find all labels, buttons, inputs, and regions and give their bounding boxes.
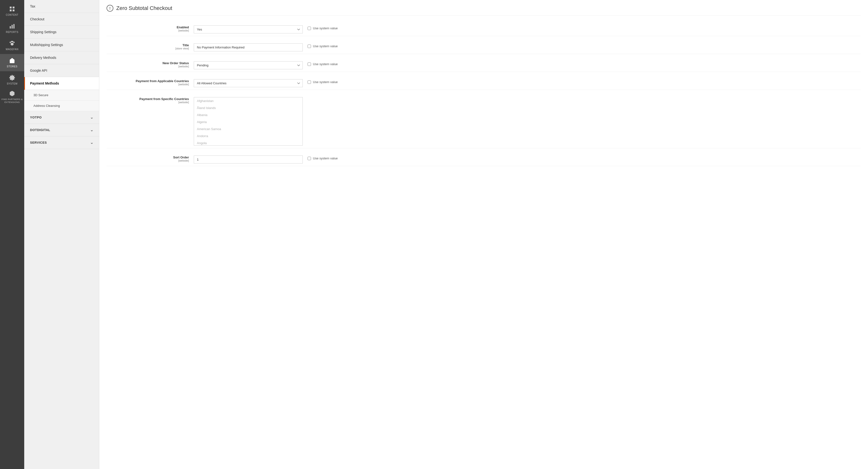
field-label-group-applicable-countries: Payment from Applicable Countries [websi…: [106, 79, 194, 86]
chevron-down-icon-3: ⌄: [90, 140, 93, 145]
title-checkbox-area: Use system value: [308, 43, 338, 48]
sort-order-checkbox-area: Use system value: [308, 156, 338, 160]
svg-rect-1: [12, 6, 14, 8]
sidebar-item-multishipping-settings[interactable]: Multishipping Settings: [24, 38, 99, 51]
svg-rect-11: [11, 61, 13, 63]
gear-icon: [9, 74, 15, 81]
field-row-new-order-status: New Order Status [website] Pending Proce…: [106, 59, 861, 72]
title-input[interactable]: [194, 43, 303, 51]
nav-item-stores[interactable]: STORES: [0, 54, 24, 71]
collapse-icon[interactable]: ⇧: [106, 5, 113, 12]
new-order-status-scope: [website]: [106, 65, 189, 68]
new-order-status-system-value-label: Use system value: [313, 62, 338, 66]
bar-chart-icon: [9, 23, 15, 29]
accordion-yotpo-header[interactable]: YOTPO ⌄: [24, 111, 99, 124]
accordion-dotdigital-header[interactable]: DOTDIGITAL ⌄: [24, 124, 99, 136]
new-order-status-select[interactable]: Pending Processing Complete: [194, 61, 303, 69]
sort-order-input[interactable]: [194, 156, 303, 163]
nav-item-system[interactable]: SYSTEM: [0, 71, 24, 88]
chevron-down-icon-2: ⌄: [90, 128, 93, 132]
sidebar-item-tax[interactable]: Tax: [24, 0, 99, 13]
applicable-countries-select[interactable]: All Allowed Countries Specific Countries: [194, 79, 303, 87]
field-row-enabled: Enabled [website] Yes No Use system valu…: [106, 23, 861, 36]
nav-content-label: CONTENT: [6, 13, 19, 16]
grid-icon: [9, 6, 15, 12]
page-title: Zero Subtotal Checkout: [116, 5, 172, 11]
page-header: ⇧ Zero Subtotal Checkout: [106, 5, 861, 16]
applicable-countries-control: All Allowed Countries Specific Countries: [194, 79, 303, 87]
paw-icon: [9, 40, 15, 46]
svg-rect-5: [11, 25, 12, 29]
svg-rect-2: [10, 9, 11, 11]
field-label-group-enabled: Enabled [website]: [106, 25, 194, 32]
sort-order-label: Sort Order: [106, 156, 189, 159]
left-nav: CONTENT REPORTS MAGEFAN STORES SYSTEM FI…: [0, 0, 24, 469]
enabled-select[interactable]: Yes No: [194, 25, 303, 33]
accordion-services-header[interactable]: SERVICES ⌄: [24, 136, 99, 149]
main-content: ⇧ Zero Subtotal Checkout Enabled [websit…: [99, 0, 868, 469]
new-order-status-label: New Order Status: [106, 61, 189, 65]
nav-item-content[interactable]: CONTENT: [0, 2, 24, 20]
specific-countries-label: Payment from Specific Countries: [106, 97, 189, 101]
applicable-countries-scope: [website]: [106, 83, 189, 86]
country-option-american-samoa[interactable]: American Samoa: [194, 125, 303, 132]
country-option-angola[interactable]: Angola: [194, 139, 303, 146]
specific-countries-control: Afghanistan Åland Islands Albania Algeri…: [194, 97, 303, 146]
sidebar-item-delivery-methods[interactable]: Delivery Methods: [24, 51, 99, 64]
svg-point-9: [12, 41, 13, 42]
nav-reports-label: REPORTS: [6, 31, 19, 33]
sidebar-item-address-cleansing[interactable]: Address Cleansing: [24, 100, 99, 111]
enabled-system-value-checkbox[interactable]: [308, 27, 311, 30]
chevron-down-icon: ⌄: [90, 115, 93, 120]
applicable-countries-label: Payment from Applicable Countries: [106, 79, 189, 83]
title-label: Title: [106, 43, 189, 47]
middle-panel: Tax Checkout Shipping Settings Multiship…: [24, 0, 99, 469]
specific-countries-scope: [website]: [106, 101, 189, 104]
country-option-algeria[interactable]: Algeria: [194, 119, 303, 125]
sidebar-item-payment-methods[interactable]: Payment Methods: [24, 77, 99, 90]
sort-order-system-value-label: Use system value: [313, 156, 338, 160]
country-option-afghanistan[interactable]: Afghanistan: [194, 97, 303, 104]
nav-item-partners[interactable]: FIND PARTNERS & EXTENSIONS: [0, 88, 24, 105]
field-label-group-title: Title [store view]: [106, 43, 194, 50]
field-row-title: Title [store view] Use system value: [106, 41, 861, 54]
enabled-control: Yes No: [194, 25, 303, 33]
enabled-scope: [website]: [106, 29, 189, 32]
sidebar-item-3d-secure[interactable]: 3D Secure: [24, 90, 99, 100]
country-option-aland[interactable]: Åland Islands: [194, 104, 303, 112]
svg-rect-4: [10, 26, 11, 29]
sidebar-item-google-api[interactable]: Google API: [24, 64, 99, 77]
box-icon: [9, 90, 15, 97]
accordion-yotpo-label: YOTPO: [30, 116, 42, 119]
sidebar-item-shipping-settings[interactable]: Shipping Settings: [24, 26, 99, 38]
title-system-value-checkbox[interactable]: [308, 44, 311, 48]
nav-stores-label: STORES: [7, 65, 18, 68]
new-order-status-checkbox-area: Use system value: [308, 61, 338, 66]
accordion-services: SERVICES ⌄: [24, 136, 99, 149]
nav-item-reports[interactable]: REPORTS: [0, 20, 24, 37]
sort-order-scope: [website]: [106, 159, 189, 162]
nav-partners-label: FIND PARTNERS & EXTENSIONS: [1, 98, 23, 104]
applicable-countries-checkbox-area: Use system value: [308, 79, 338, 84]
new-order-status-control: Pending Processing Complete: [194, 61, 303, 69]
title-system-value-label: Use system value: [313, 44, 338, 48]
form-section: Enabled [website] Yes No Use system valu…: [106, 23, 861, 166]
nav-magefan-label: MAGEFAN: [6, 48, 19, 51]
store-icon: [9, 57, 15, 64]
applicable-countries-system-value-label: Use system value: [313, 80, 338, 84]
sort-order-system-value-checkbox[interactable]: [308, 157, 311, 160]
countries-listbox[interactable]: Afghanistan Åland Islands Albania Algeri…: [194, 97, 303, 146]
new-order-status-system-value-checkbox[interactable]: [308, 63, 311, 66]
svg-point-10: [13, 42, 14, 43]
enabled-label: Enabled: [106, 25, 189, 29]
sidebar-item-checkout[interactable]: Checkout: [24, 13, 99, 26]
accordion-dotdigital: DOTDIGITAL ⌄: [24, 124, 99, 136]
accordion-services-label: SERVICES: [30, 141, 47, 145]
applicable-countries-system-value-checkbox[interactable]: [308, 81, 311, 84]
country-option-albania[interactable]: Albania: [194, 112, 303, 119]
country-option-andorra[interactable]: Andorra: [194, 132, 303, 139]
nav-item-magefan[interactable]: MAGEFAN: [0, 37, 24, 54]
accordion-yotpo: YOTPO ⌄: [24, 111, 99, 124]
svg-rect-0: [10, 6, 11, 8]
svg-point-7: [10, 42, 11, 43]
